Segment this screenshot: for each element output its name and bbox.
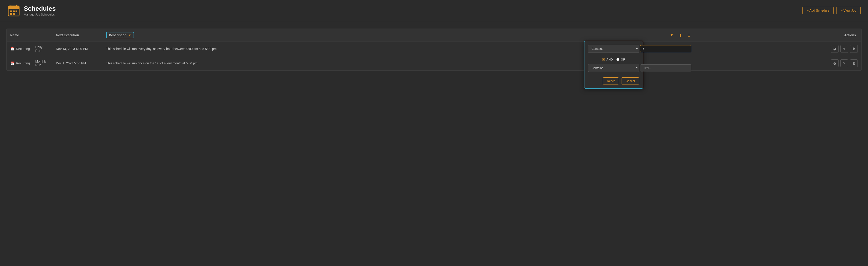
filter-logic-row: AND OR <box>588 58 639 61</box>
filter-input-1[interactable] <box>640 45 691 52</box>
cell-description-1: This schedule will run every day, on eve… <box>102 42 662 56</box>
page-subtitle: Manage Job Schedules. <box>24 13 56 16</box>
cell-next-exec-1: Nov 14, 2023 4:00 PM <box>52 42 102 56</box>
description-filter-header[interactable]: Description ▼ <box>106 32 134 38</box>
svg-rect-4 <box>10 10 12 12</box>
header-left: Schedules Manage Job Schedules. <box>7 4 56 17</box>
schedules-table-wrapper: Name Next Execution Description ▼ <box>6 29 862 71</box>
header-actions: + Add Schedule ≡ View Job <box>803 7 861 14</box>
col-header-name: Name <box>7 29 52 42</box>
filter-condition-1-select[interactable]: Contains Does not contain Equals Starts … <box>588 45 639 53</box>
table-row: 📅 Recurring Daily Run Nov 14, 2023 4:00 … <box>7 42 861 56</box>
col-header-next-execution: Next Execution <box>52 29 102 42</box>
row-actions-1: ◕ ✎ 🗑 <box>703 45 858 53</box>
app-header: Schedules Manage Job Schedules. + Add Sc… <box>0 0 868 21</box>
row-type-1: 📅 Recurring Daily Run <box>10 45 49 53</box>
toggle-button-1[interactable]: ◕ <box>831 45 839 53</box>
or-radio[interactable] <box>616 58 619 61</box>
filter-panel-actions: Reset Cancel <box>588 78 639 85</box>
add-schedule-button[interactable]: + Add Schedule <box>803 7 834 14</box>
col-header-description: Description ▼ Contains Does not contain … <box>102 29 662 42</box>
delete-button-1[interactable]: 🗑 <box>850 45 858 53</box>
description-filter-icon: ▼ <box>128 34 131 37</box>
cell-type-1: 📅 Recurring Daily Run <box>7 42 52 56</box>
view-job-label: ≡ View Job <box>841 9 856 12</box>
filter-reset-button[interactable]: Reset <box>603 78 619 85</box>
columns-button[interactable]: ☰ <box>686 32 691 38</box>
delete-button-2[interactable]: 🗑 <box>850 59 858 67</box>
main-content: Name Next Execution Description ▼ <box>0 21 868 78</box>
svg-rect-5 <box>13 10 14 12</box>
cell-next-exec-2: Dec 1, 2023 5:00 PM <box>52 56 102 70</box>
table-row: 📅 Recurring Monthly Run Dec 1, 2023 5:00… <box>7 56 861 70</box>
row-actions-2: ◕ ✎ 🗑 <box>703 59 858 67</box>
or-label[interactable]: OR <box>616 58 625 61</box>
calendar-row-icon-1: 📅 <box>10 47 14 51</box>
cell-type-2: 📅 Recurring Monthly Run <box>7 56 52 70</box>
header-title-block: Schedules Manage Job Schedules. <box>24 5 56 16</box>
filter-input-2[interactable] <box>640 64 691 71</box>
filter-cancel-button[interactable]: Cancel <box>621 78 639 85</box>
col-header-filter-icons: ▼ ▮ ☰ <box>662 29 699 42</box>
svg-rect-8 <box>13 13 14 15</box>
and-label[interactable]: AND <box>602 58 613 61</box>
cell-description-2: This schedule will run once on the 1st o… <box>102 56 662 70</box>
filter-condition-2-select[interactable]: Contains Does not contain Equals Starts … <box>588 64 639 72</box>
calendar-icon <box>7 4 20 17</box>
schedules-table: Name Next Execution Description ▼ <box>7 29 861 70</box>
cell-actions-2: ◕ ✎ 🗑 <box>699 56 861 70</box>
edit-button-2[interactable]: ✎ <box>840 59 848 67</box>
row-type-2: 📅 Recurring Monthly Run <box>10 60 49 67</box>
page-title: Schedules <box>24 5 56 12</box>
svg-rect-1 <box>8 6 19 9</box>
table-header-row: Name Next Execution Description ▼ <box>7 29 861 42</box>
cell-actions-1: ◕ ✎ 🗑 <box>699 42 861 56</box>
and-radio[interactable] <box>602 58 605 61</box>
filter-funnel-button[interactable]: ▼ <box>669 32 674 38</box>
col-header-actions: Actions <box>699 29 861 42</box>
svg-rect-7 <box>10 13 12 15</box>
view-job-button[interactable]: ≡ View Job <box>836 7 861 14</box>
svg-rect-6 <box>16 10 17 12</box>
calendar-row-icon-2: 📅 <box>10 61 14 65</box>
add-schedule-label: + Add Schedule <box>807 9 829 12</box>
filter-panel: Contains Does not contain Equals Starts … <box>584 41 643 89</box>
edit-button-1[interactable]: ✎ <box>840 45 848 53</box>
toggle-button-2[interactable]: ◕ <box>831 59 839 67</box>
clear-filter-button[interactable]: ▮ <box>679 32 682 38</box>
table-filter-icons: ▼ ▮ ☰ <box>665 32 695 38</box>
